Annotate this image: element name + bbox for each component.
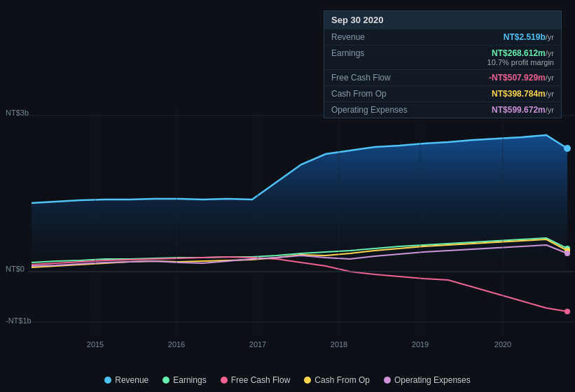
legend-label-revenue: Revenue	[115, 375, 148, 385]
tooltip-label-cashfromop: Cash From Op	[331, 89, 415, 99]
y-label-3b: NT$3b	[6, 108, 29, 117]
x-label-2018: 2018	[331, 340, 347, 349]
tooltip-value-revenue: NT$2.519b/yr	[504, 32, 554, 42]
tooltip-row-revenue: Revenue NT$2.519b/yr	[324, 29, 561, 45]
tooltip-value-opex: NT$599.672m/yr	[492, 105, 554, 115]
legend: Revenue Earnings Free Cash Flow Cash Fro…	[0, 375, 575, 385]
tooltip-value-earnings: NT$268.612m/yr 10.7% profit margin	[487, 48, 554, 66]
tooltip-label-opex: Operating Expenses	[331, 105, 415, 115]
tooltip-label-fcf: Free Cash Flow	[331, 73, 415, 83]
x-label-2019: 2019	[412, 340, 429, 349]
legend-dot-fcf	[221, 377, 228, 384]
tooltip-value-fcf: -NT$507.929m/yr	[489, 73, 554, 83]
x-label-2017: 2017	[249, 340, 266, 349]
legend-label-opex: Operating Expenses	[394, 375, 471, 385]
tooltip-title: Sep 30 2020	[324, 11, 561, 29]
tooltip-value-cashfromop: NT$398.784m/yr	[492, 89, 554, 99]
tooltip-label-revenue: Revenue	[331, 32, 415, 42]
opex-dot	[564, 251, 570, 256]
revenue-dot	[564, 145, 571, 152]
legend-dot-opex	[384, 377, 391, 384]
x-label-2020: 2020	[494, 340, 511, 349]
legend-item-cashfromop[interactable]: Cash From Op	[304, 375, 370, 385]
y-label-0: NT$0	[6, 265, 25, 273]
tooltip-row-opex: Operating Expenses NT$599.672m/yr	[324, 102, 561, 118]
legend-item-earnings[interactable]: Earnings	[162, 375, 206, 385]
tooltip-row-fcf: Free Cash Flow -NT$507.929m/yr	[324, 69, 561, 85]
legend-dot-earnings	[162, 377, 169, 384]
chart-area: NT$3b NT$0 -NT$1b 2015 2016 2017 2018 20…	[0, 0, 575, 392]
legend-item-fcf[interactable]: Free Cash Flow	[221, 375, 291, 385]
fcf-dot	[564, 309, 570, 314]
revenue-fill	[32, 135, 567, 273]
tooltip-label-earnings: Earnings	[331, 48, 415, 58]
tooltip-row-cashfromop: Cash From Op NT$398.784m/yr	[324, 85, 561, 102]
legend-dot-cashfromop	[304, 377, 311, 384]
legend-label-cashfromop: Cash From Op	[314, 375, 370, 385]
legend-item-opex[interactable]: Operating Expenses	[384, 375, 471, 385]
tooltip-row-earnings: Earnings NT$268.612m/yr 10.7% profit mar…	[324, 45, 561, 69]
legend-label-earnings: Earnings	[173, 375, 206, 385]
x-label-2016: 2016	[168, 340, 185, 349]
x-label-2015: 2015	[87, 340, 104, 349]
legend-dot-revenue	[104, 377, 111, 384]
y-label-neg1b: -NT$1b	[6, 316, 32, 325]
legend-item-revenue[interactable]: Revenue	[104, 375, 148, 385]
legend-label-fcf: Free Cash Flow	[231, 375, 291, 385]
tooltip-card: Sep 30 2020 Revenue NT$2.519b/yr Earning…	[324, 10, 562, 118]
